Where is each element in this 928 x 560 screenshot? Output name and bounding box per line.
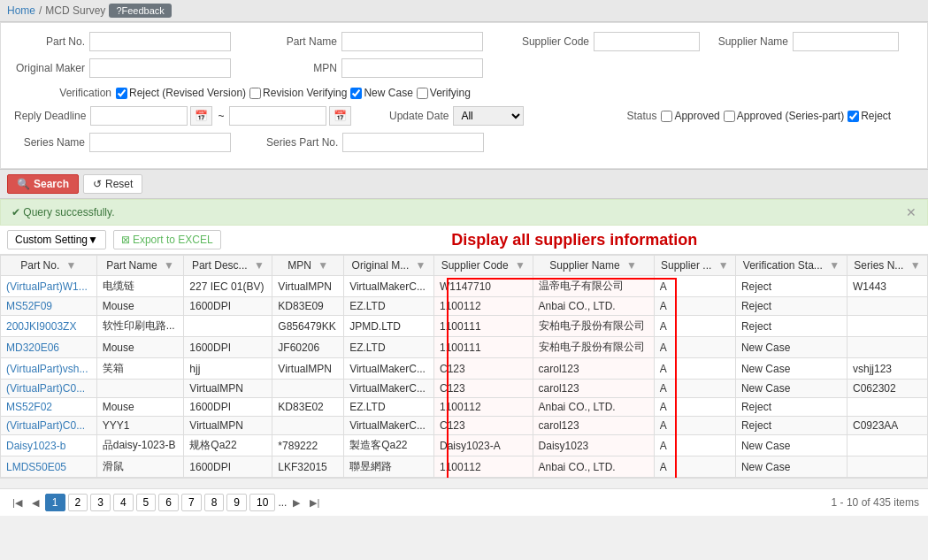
reply-deadline-to[interactable] (229, 106, 326, 126)
table-cell: 1600DPI (184, 398, 272, 417)
table-cell: C0923AA (847, 417, 927, 435)
table-row: 200JKI9003ZX软性印刷电路...G856479KKJPMD.LTD11… (1, 316, 928, 337)
mpn-input[interactable] (341, 58, 483, 78)
table-cell (847, 435, 927, 456)
page-6-button[interactable]: 6 (158, 494, 179, 511)
table-cell[interactable]: 200JKI9003ZX (1, 316, 97, 337)
page-5-button[interactable]: 5 (136, 494, 157, 511)
verifying-check[interactable]: Verifying (417, 87, 471, 99)
reject-check[interactable]: Reject (847, 110, 891, 122)
original-maker-input[interactable] (89, 58, 231, 78)
table-cell: A (654, 417, 735, 435)
page-7-button[interactable]: 7 (181, 494, 202, 511)
prev-page-button[interactable]: ◀ (28, 495, 42, 510)
feedback-button[interactable]: ?Feedback (109, 4, 171, 18)
table-row: (VirtualPart)vsh...笑箱hjjVirtualMPNVirtua… (1, 358, 928, 380)
reply-deadline-from[interactable] (90, 106, 188, 126)
table-cell[interactable]: (VirtualPart)C0... (1, 380, 97, 398)
search-button[interactable]: 🔍 Search (7, 174, 79, 194)
revision-verifying-check[interactable]: Revision Verifying (249, 87, 347, 99)
table-cell[interactable]: (VirtualPart)W1... (1, 276, 97, 297)
col-header-6: Supplier Name ▼ (533, 256, 654, 276)
approved-series-check[interactable]: Approved (Series-part) (724, 110, 844, 122)
table-cell[interactable]: LMDS50E05 (1, 456, 97, 478)
part-no-label: Part No. (14, 35, 85, 48)
table-cell: 1600DPI (184, 297, 272, 316)
table-cell: 聯昱網路 (344, 456, 434, 478)
table-cell[interactable]: (VirtualPart)C0... (1, 417, 97, 435)
table-cell: W1443 (847, 276, 927, 297)
table-cell: EZ.LTD (344, 398, 434, 417)
calendar-from-button[interactable]: 📅 (190, 106, 212, 126)
table-cell: 安柏电子股份有限公司 (533, 316, 654, 337)
table-cell[interactable]: MS52F02 (1, 398, 97, 417)
table-cell: 1100111 (433, 337, 533, 358)
export-excel-button[interactable]: ⊠ Export to EXCEL (113, 230, 221, 249)
page-10-button[interactable]: 10 (249, 494, 275, 511)
breadcrumb-home[interactable]: Home (7, 4, 35, 17)
horizontal-scrollbar[interactable] (0, 478, 928, 488)
table-row: LMDS50E05滑鼠1600DPILKF32015聯昱網路1100112Anb… (1, 456, 928, 478)
approved-check[interactable]: Approved (661, 110, 719, 122)
table-cell: A (654, 337, 735, 358)
series-part-no-input[interactable] (342, 133, 484, 152)
page-9-button[interactable]: 9 (226, 494, 247, 511)
update-date-label: Update Date (378, 110, 449, 122)
table-cell[interactable]: MD320E06 (1, 337, 97, 358)
supplier-code-input[interactable] (594, 32, 700, 51)
last-page-button[interactable]: ▶| (306, 495, 323, 510)
table-cell[interactable]: Daisy1023-b (1, 435, 97, 456)
table-cell: carol123 (533, 380, 654, 398)
part-no-input[interactable] (89, 32, 231, 51)
table-cell: VirtualMPN (184, 417, 272, 435)
table-cell (847, 337, 927, 358)
table-cell: Daisy1023-A (433, 435, 533, 456)
part-name-input[interactable] (341, 32, 483, 51)
table-cell: 227 IEC 01(BV) (184, 276, 272, 297)
original-maker-label: Original Maker (14, 62, 85, 74)
table-cell: Mouse (96, 398, 184, 417)
supplier-code-label: Supplier Code (518, 35, 589, 48)
page-4-button[interactable]: 4 (113, 494, 134, 511)
next-page-button[interactable]: ▶ (289, 495, 303, 510)
table-cell: 1100112 (433, 456, 533, 478)
calendar-to-button[interactable]: 📅 (329, 106, 351, 126)
page-8-button[interactable]: 8 (204, 494, 225, 511)
alert-close-button[interactable]: ✕ (906, 205, 916, 219)
table-cell: A (654, 398, 735, 417)
table-cell: G856479KK (272, 316, 344, 337)
supplier-name-label: Supplier Name (717, 35, 788, 48)
series-name-label: Series Name (14, 136, 85, 149)
reset-button[interactable]: ↺ Reset (83, 174, 142, 194)
table-cell: A (654, 435, 735, 456)
verification-label: Verification (41, 87, 111, 99)
new-case-check[interactable]: New Case (350, 87, 412, 99)
custom-setting-button[interactable]: Custom Setting▼ (7, 230, 106, 249)
table-cell: 1600DPI (184, 337, 272, 358)
table-cell: KD83E09 (272, 297, 344, 316)
table-cell: A (654, 456, 735, 478)
alert-message: ✔ Query successfully. (12, 206, 114, 219)
table-cell: Anbai CO., LTD. (533, 398, 654, 417)
table-cell: 滑鼠 (96, 456, 184, 478)
table-cell: 1100112 (433, 297, 533, 316)
table-row: MS52F02Mouse1600DPIKD83E02EZ.LTD1100112A… (1, 398, 928, 417)
page-2-button[interactable]: 2 (68, 494, 88, 511)
table-cell: EZ.LTD (344, 297, 434, 316)
reset-icon: ↺ (93, 178, 102, 190)
series-name-input[interactable] (89, 133, 231, 152)
table-cell[interactable]: MS52F09 (1, 297, 97, 316)
first-page-button[interactable]: |◀ (9, 495, 26, 510)
table-cell: A (654, 380, 735, 398)
supplier-name-input[interactable] (793, 32, 899, 51)
table-cell: New Case (735, 456, 847, 478)
update-date-select[interactable]: All (453, 106, 524, 126)
table-cell: hjj (184, 358, 272, 380)
page-3-button[interactable]: 3 (90, 494, 111, 511)
reply-deadline-label: Reply Deadline (14, 110, 86, 122)
reject-revised-check[interactable]: Reject (Revised Version) (116, 87, 246, 99)
table-cell: 製造客Qa22 (344, 435, 434, 456)
table-cell[interactable]: (VirtualPart)vsh... (1, 358, 97, 380)
col-header-8: Verification Sta... ▼ (735, 256, 847, 276)
page-1-button[interactable]: 1 (45, 494, 65, 511)
